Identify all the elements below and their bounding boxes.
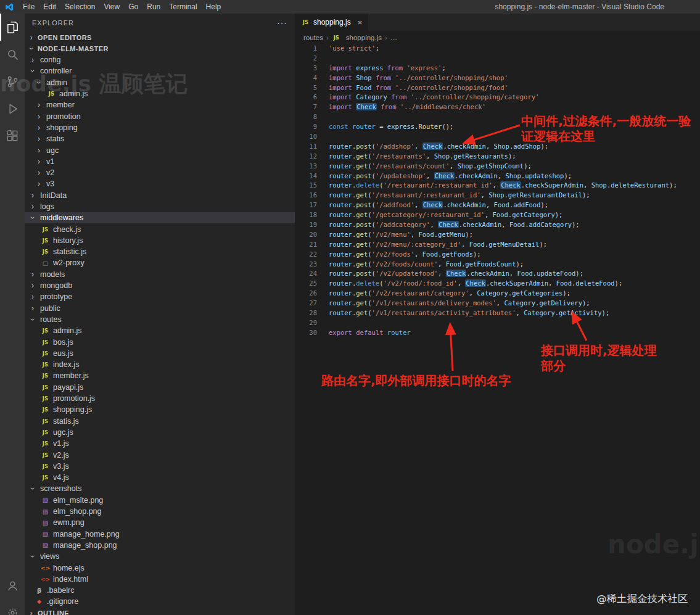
tree-item-screenshots[interactable]: ›screenshots <box>25 483 295 494</box>
code-line-6[interactable]: 6import Category from '../controller/sho… <box>295 93 700 102</box>
tree-item-statistic-js[interactable]: JSstatistic.js <box>25 246 295 257</box>
tree-item-v3-js[interactable]: JSv3.js <box>25 461 295 472</box>
tree-item-v4-js[interactable]: JSv4.js <box>25 472 295 483</box>
code-line-2[interactable]: 2 <box>295 54 700 64</box>
code-line-3[interactable]: 3import express from 'express'; <box>295 64 700 73</box>
run-debug-icon[interactable] <box>0 95 25 122</box>
code-line-17[interactable]: 17router.post('/addfood', Check.checkAdm… <box>295 200 700 210</box>
outline-section[interactable]: › OUTLINE <box>25 608 295 615</box>
tree-item-shopping-js[interactable]: JSshopping.js <box>25 404 295 415</box>
code-line-26[interactable]: 26router.get('/v2/restaurant/category', … <box>295 289 700 299</box>
tree-item-w2-proxy[interactable]: ▢w2-proxy <box>25 257 295 268</box>
settings-gear-icon[interactable] <box>0 599 25 615</box>
source-control-icon[interactable] <box>0 68 25 95</box>
tree-item-member-js[interactable]: JSmember.js <box>25 370 295 381</box>
code-line-13[interactable]: 13router.get('/restaurants/count', Shop.… <box>295 162 700 171</box>
tree-item-admin-js[interactable]: JSadmin.js <box>25 88 295 99</box>
tree-item-check-js[interactable]: JScheck.js <box>25 223 295 234</box>
account-icon[interactable] <box>0 572 25 599</box>
tree-item-promotion[interactable]: ›promotion <box>25 110 295 122</box>
tab-shopping-js[interactable]: JS shopping.js × <box>295 14 368 31</box>
tree-item-models[interactable]: ›models <box>25 269 295 280</box>
explorer-actions-icon[interactable]: ··· <box>277 18 287 28</box>
tree-item-ewm-png[interactable]: ▨ewm.png <box>25 517 295 528</box>
menu-help[interactable]: Help <box>202 2 226 11</box>
tree-item-elm-shop-png[interactable]: ▨elm_shop.png <box>25 506 295 517</box>
tree-item-ugc-js[interactable]: JSugc.js <box>25 427 295 438</box>
menu-selection[interactable]: Selection <box>60 2 99 11</box>
open-editors-section[interactable]: › OPEN EDITORS <box>25 32 295 43</box>
tree-item-elm-msite-png[interactable]: ▨elm_msite.png <box>25 495 295 506</box>
code-line-23[interactable]: 23router.get('/v2/foods/count', Food.get… <box>295 260 700 270</box>
tree-item-admin[interactable]: ›admin <box>25 77 295 88</box>
tree-item-views[interactable]: ›views <box>25 551 295 562</box>
tree-item-index-js[interactable]: JSindex.js <box>25 359 295 370</box>
breadcrumb-folder[interactable]: routes <box>303 34 323 41</box>
code-line-15[interactable]: 15router.delete('/restaurant/:restaurant… <box>295 181 700 191</box>
search-icon[interactable] <box>0 41 25 68</box>
tree-item-config[interactable]: ›config <box>25 54 295 65</box>
code-line-14[interactable]: 14router.post('/updateshop', Check.check… <box>295 171 700 181</box>
tree-item-prototype[interactable]: ›prototype <box>25 291 295 302</box>
tree-item-manage-home-png[interactable]: ▨manage_home.png <box>25 528 295 539</box>
tree-item-public[interactable]: ›public <box>25 303 295 314</box>
tree-item--gitignore[interactable]: ◆.gitignore <box>25 596 295 607</box>
code-line-21[interactable]: 21router.get('/v2/menu/:category_id', Fo… <box>295 240 700 250</box>
tree-item-v3[interactable]: ›v3 <box>25 178 295 189</box>
code-line-4[interactable]: 4import Shop from '../controller/shoppin… <box>295 73 700 83</box>
close-tab-icon[interactable]: × <box>358 18 363 27</box>
code-line-11[interactable]: 11router.post('/addshop', Check.checkAdm… <box>295 142 700 152</box>
tree-item-index-html[interactable]: <>index.html <box>25 574 295 585</box>
code-line-1[interactable]: 1'use strict'; <box>295 44 700 54</box>
tree-item-v2[interactable]: ›v2 <box>25 167 295 178</box>
tree-item-promotion-js[interactable]: JSpromotion.js <box>25 393 295 404</box>
tree-item-eus-js[interactable]: JSeus.js <box>25 348 295 359</box>
tree-item--babelrc[interactable]: β.babelrc <box>25 585 295 596</box>
tree-item-mongodb[interactable]: ›mongodb <box>25 280 295 291</box>
menu-terminal[interactable]: Terminal <box>165 2 201 11</box>
code-line-22[interactable]: 22router.get('/v2/foods', Food.getFoods)… <box>295 250 700 260</box>
code-line-10[interactable]: 10 <box>295 132 700 142</box>
code-line-12[interactable]: 12router.get('/restaurants', Shop.getRes… <box>295 152 700 162</box>
code-line-24[interactable]: 24router.post('/v2/updatefood', Check.ch… <box>295 269 700 279</box>
tree-item-v2-js[interactable]: JSv2.js <box>25 449 295 460</box>
menu-edit[interactable]: Edit <box>39 2 60 11</box>
code-line-19[interactable]: 19router.post('/addcategory', Check.chec… <box>295 220 700 230</box>
menu-run[interactable]: Run <box>142 2 165 11</box>
tree-item-routes[interactable]: ›routes <box>25 314 295 325</box>
project-root-section[interactable]: › NODE-ELM-MASTER <box>25 43 295 54</box>
tree-item-home-ejs[interactable]: <>home.ejs <box>25 562 295 573</box>
tree-item-admin-js[interactable]: JSadmin.js <box>25 325 295 336</box>
tree-item-member[interactable]: ›member <box>25 99 295 110</box>
tree-item-ugc[interactable]: ›ugc <box>25 144 295 155</box>
tree-item-initdata[interactable]: ›InitData <box>25 190 295 201</box>
menu-go[interactable]: Go <box>124 2 142 11</box>
tree-item-v1[interactable]: ›v1 <box>25 156 295 167</box>
tree-item-controller[interactable]: ›controller <box>25 65 295 76</box>
code-editor[interactable]: 1'use strict';23import express from 'exp… <box>295 44 700 615</box>
code-line-7[interactable]: 7import Check from '../middlewares/check… <box>295 102 700 112</box>
code-line-25[interactable]: 25router.delete('/v2/food/:food_id', Che… <box>295 279 700 289</box>
code-line-30[interactable]: 30export default router <box>295 328 700 338</box>
breadcrumb-file[interactable]: shopping.js <box>346 34 382 41</box>
code-line-27[interactable]: 27router.get('/v1/restaurants/delivery_m… <box>295 299 700 308</box>
tree-item-v1-js[interactable]: JSv1.js <box>25 438 295 449</box>
breadcrumb-symbol[interactable]: … <box>390 34 398 41</box>
menu-file[interactable]: File <box>19 2 39 11</box>
code-line-5[interactable]: 5import Food from '../controller/shoppin… <box>295 83 700 93</box>
tree-item-middlewares[interactable]: ›middlewares <box>25 212 295 223</box>
code-line-16[interactable]: 16router.get('/restaurant/:restaurant_id… <box>295 191 700 200</box>
tree-item-statis-js[interactable]: JSstatis.js <box>25 416 295 427</box>
tree-item-history-js[interactable]: JShistory.js <box>25 235 295 246</box>
code-line-18[interactable]: 18router.get('/getcategory/:restaurant_i… <box>295 210 700 220</box>
code-line-29[interactable]: 29 <box>295 318 700 328</box>
tree-item-payapi-js[interactable]: JSpayapi.js <box>25 382 295 393</box>
tree-item-shopping[interactable]: ›shopping <box>25 122 295 133</box>
explorer-icon[interactable] <box>0 14 25 41</box>
extensions-icon[interactable] <box>0 122 25 149</box>
tree-item-bos-js[interactable]: JSbos.js <box>25 336 295 347</box>
tree-item-logs[interactable]: ›logs <box>25 201 295 212</box>
tree-item-statis[interactable]: ›statis <box>25 133 295 144</box>
code-line-28[interactable]: 28router.get('/v1/restaurants/activity_a… <box>295 308 700 318</box>
code-line-9[interactable]: 9const router = express.Router(); <box>295 122 700 132</box>
